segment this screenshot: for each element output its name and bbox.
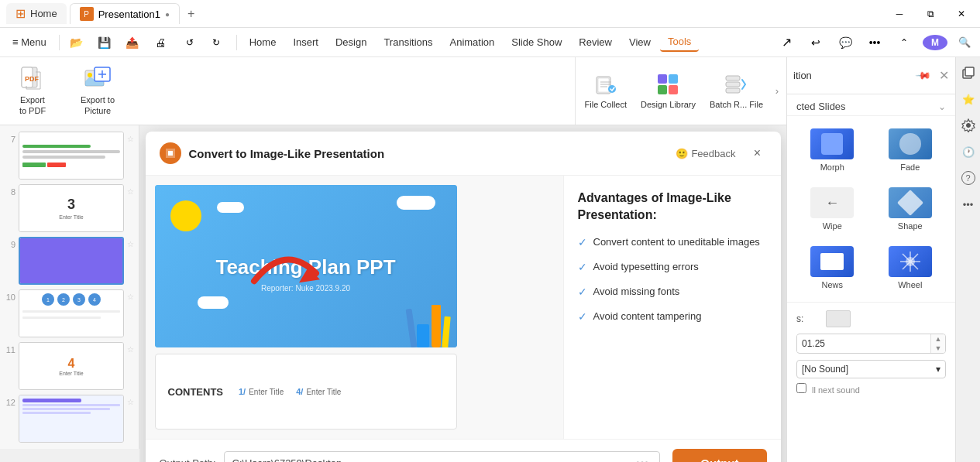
slide-thumb-7[interactable]	[19, 132, 124, 180]
slide-thumb-12[interactable]	[19, 395, 124, 443]
comment-btn[interactable]: 💬	[833, 35, 858, 50]
minimize-btn[interactable]: ─	[887, 6, 912, 22]
avatar[interactable]: M	[923, 35, 947, 50]
more-menu-btn[interactable]: •••	[862, 35, 887, 50]
slide-item-9[interactable]: 9 ☆	[5, 237, 134, 285]
slide-thumb-11[interactable]: 4 Enter Title	[19, 342, 124, 390]
sound-select[interactable]: [No Sound] ▾	[796, 360, 946, 378]
dialog-overlay: Convert to Image-Like Presentation 🙂 Fee…	[139, 125, 786, 462]
search-btn[interactable]: 🔍	[954, 32, 975, 53]
panel-help-btn[interactable]: ?	[959, 169, 978, 187]
transition-news[interactable]: News	[796, 241, 868, 294]
color-swatch[interactable]	[826, 310, 851, 327]
center-section: File Collect Design Library	[139, 57, 786, 462]
wheel-label: Wheel	[898, 280, 922, 289]
home-tab[interactable]: ⊞ Home	[6, 3, 67, 24]
duration-input[interactable]: ▲ ▼	[796, 334, 946, 354]
output-btn[interactable]: Output	[672, 449, 766, 462]
slide-star-8: ☆	[127, 187, 134, 196]
morph-thumb	[810, 128, 854, 159]
export-btn[interactable]: 📤	[120, 35, 145, 50]
panel-copy-btn[interactable]	[959, 63, 978, 82]
panel-close-icon[interactable]: ✕	[939, 68, 949, 83]
design-library-btn[interactable]: Design Library	[634, 62, 702, 120]
menu-view[interactable]: View	[621, 33, 658, 51]
menu-transitions[interactable]: Transitions	[376, 33, 440, 51]
check-icon-3: ✓	[578, 286, 587, 298]
output-path-input[interactable]: C:\Users\67359\Desktop •••	[224, 451, 661, 463]
menu-slide-show[interactable]: Slide Show	[504, 33, 569, 51]
print-btn[interactable]: 🖨	[148, 35, 173, 50]
slide-thumb-10[interactable]: 1 2 3 4	[19, 289, 124, 337]
export-picture-btn[interactable]: Export to Picture	[65, 62, 130, 120]
contents-label: CONTENTS	[168, 386, 224, 398]
dialog-info: Advantages of Image-Like Presentation: ✓…	[564, 176, 781, 439]
file-collect-btn[interactable]: File Collect	[579, 62, 633, 120]
dialog-close-btn[interactable]: ×	[748, 144, 767, 163]
menu-animation[interactable]: Animation	[442, 33, 503, 51]
transition-morph[interactable]: Morph	[796, 124, 868, 176]
toolbar-expand-btn[interactable]: ›	[771, 62, 783, 120]
svg-rect-9	[658, 74, 667, 84]
menu-bar: ≡ Menu 📂 💾 📤 🖨 ↺ ↻ Home Insert Design Tr…	[0, 28, 980, 57]
panel-more-btn[interactable]: •••	[959, 195, 978, 214]
next-sound-checkbox[interactable]	[796, 383, 806, 393]
undo-btn[interactable]: ↺	[177, 35, 202, 50]
slide-item-8[interactable]: 8 3 Enter Title ☆	[5, 184, 134, 232]
feedback-btn[interactable]: 🙂 Feedback	[676, 148, 735, 159]
title-bar: ⊞ Home P Presentation1 ● + ─ ⧉ ✕	[0, 0, 980, 28]
close-btn[interactable]: ✕	[949, 6, 974, 22]
right-section: ition 📌 ✕ cted Slides ⌄	[786, 57, 980, 462]
transition-shape[interactable]: Shape	[875, 183, 947, 235]
window-controls: ─ ⧉ ✕	[887, 6, 974, 22]
redo-btn[interactable]: ↻	[204, 35, 229, 50]
transition-fade[interactable]: Fade	[875, 124, 947, 176]
output-path-text: C:\Users\67359\Desktop	[232, 457, 633, 462]
panel-history-btn[interactable]: 🕐	[959, 142, 978, 161]
slide-num-10: 10	[5, 293, 15, 302]
collapse-btn[interactable]: ⌃	[892, 35, 916, 50]
duration-down[interactable]: ▼	[931, 344, 945, 353]
transition-wipe[interactable]: ← Wipe	[796, 183, 868, 235]
slide8-part-label: 3	[67, 197, 75, 213]
slide-item-11[interactable]: 11 4 Enter Title ☆	[5, 342, 134, 390]
dialog-footer: Output Path: C:\Users\67359\Desktop ••• …	[146, 439, 781, 462]
duration-value[interactable]	[797, 335, 930, 352]
export-pdf-btn[interactable]: PDF Exportto PDF	[9, 62, 56, 120]
slide-item-7[interactable]: 7 ☆	[5, 132, 134, 180]
presentation-tab[interactable]: P Presentation1 ●	[70, 3, 180, 24]
panel-settings-btn[interactable]	[959, 116, 978, 135]
position-section: s: ▲ ▼	[787, 303, 955, 402]
svg-rect-15	[726, 88, 740, 93]
benefits-title: Advantages of Image-Like Presentation:	[578, 190, 767, 224]
save-btn[interactable]: 💾	[92, 35, 117, 50]
panel-star-btn[interactable]: ⭐	[959, 90, 978, 108]
slide-thumb-9[interactable]	[19, 237, 124, 285]
share-btn[interactable]: ↗	[774, 35, 799, 50]
menu-insert[interactable]: Insert	[285, 33, 326, 51]
morph-shape	[821, 133, 843, 155]
slide10-num1: 1	[42, 293, 54, 306]
tab-close-btn[interactable]: ●	[165, 10, 170, 19]
output-path-more-btn[interactable]: •••	[633, 457, 652, 463]
sound-dropdown-icon: ▾	[936, 364, 940, 375]
dialog-header-right: 🙂 Feedback ×	[676, 144, 766, 163]
slide-item-10[interactable]: 10 1 2 3 4 ☆	[5, 289, 134, 337]
panel-expand-btn[interactable]: ⌄	[938, 101, 946, 112]
batch-rename-btn[interactable]: Batch R... File	[703, 62, 769, 120]
slide-item-12[interactable]: 12 ☆	[5, 395, 134, 443]
new-tab-button[interactable]: +	[183, 7, 199, 21]
menu-home[interactable]: Home	[242, 33, 284, 51]
pin-icon[interactable]: 📌	[915, 67, 932, 84]
menu-design[interactable]: Design	[328, 33, 374, 51]
open-file-btn[interactable]: 📂	[64, 35, 89, 50]
menu-hamburger[interactable]: ≡ Menu	[5, 33, 54, 51]
menu-review[interactable]: Review	[571, 33, 620, 51]
duration-up[interactable]: ▲	[931, 334, 945, 344]
slide-thumb-8[interactable]: 3 Enter Title	[19, 184, 124, 232]
panel-section-header: cted Slides ⌄	[787, 94, 955, 116]
transition-wheel[interactable]: Wheel	[875, 241, 947, 294]
cloud-btn[interactable]: ↩	[803, 35, 828, 50]
restore-btn[interactable]: ⧉	[918, 6, 943, 22]
menu-tools[interactable]: Tools	[660, 33, 699, 52]
